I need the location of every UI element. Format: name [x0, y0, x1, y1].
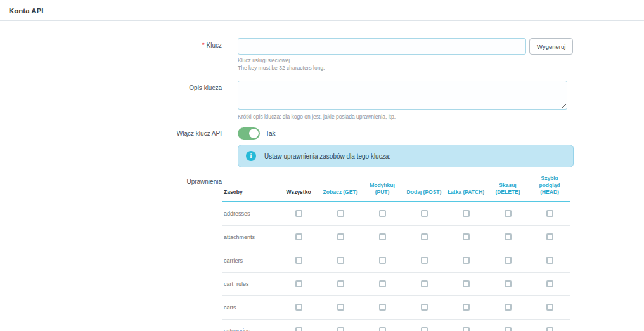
api-account-form: *Klucz Wygeneruj Klucz usługi sieciowej … — [0, 21, 644, 331]
permission-checkbox[interactable] — [546, 280, 553, 287]
permission-checkbox[interactable] — [463, 257, 470, 264]
description-row: Opis klucza Krótki opis klucza: dla kogo… — [0, 81, 644, 120]
permission-checkbox[interactable] — [379, 327, 386, 331]
permission-checkbox[interactable] — [337, 257, 344, 264]
toggle-knob-icon — [249, 129, 259, 138]
table-row: cart_rules — [222, 273, 570, 296]
resource-name: cart_rules — [222, 273, 278, 296]
permissions-table: Zasoby Wszystko Zobacz (GET) Modyfikuj (… — [222, 175, 570, 331]
resource-name: attachments — [222, 226, 278, 249]
permission-checkbox[interactable] — [421, 257, 428, 264]
required-marker: * — [202, 42, 205, 49]
permission-checkbox[interactable] — [337, 327, 344, 331]
permission-checkbox[interactable] — [337, 233, 344, 240]
permission-checkbox[interactable] — [421, 327, 428, 331]
column-header-get: Zobacz (GET) — [319, 175, 361, 202]
alert-row: i Ustaw uprawnienia zasobów dla tego klu… — [0, 145, 644, 167]
permission-checkbox[interactable] — [463, 327, 470, 331]
permission-checkbox[interactable] — [505, 280, 512, 287]
permission-checkbox[interactable] — [421, 210, 428, 217]
permission-checkbox[interactable] — [295, 304, 302, 311]
resource-name: carriers — [222, 249, 278, 273]
permissions-row: Uprawnienia Zasoby Wszystko Zobacz (GET)… — [0, 175, 644, 331]
permission-checkbox[interactable] — [379, 257, 386, 264]
info-alert: i Ustaw uprawnienia zasobów dla tego klu… — [238, 145, 574, 167]
column-header-delete: Skasuj (DELETE) — [487, 175, 529, 202]
permission-checkbox[interactable] — [546, 327, 553, 331]
permission-checkbox[interactable] — [505, 210, 512, 217]
resource-name: categories — [222, 320, 278, 331]
permission-checkbox[interactable] — [421, 304, 428, 311]
table-row: carts — [222, 296, 570, 320]
permission-checkbox[interactable] — [295, 327, 302, 331]
permission-checkbox[interactable] — [295, 210, 302, 217]
table-row: addresses — [222, 202, 570, 226]
info-alert-text: Ustaw uprawnienia zasobów dla tego klucz… — [264, 153, 390, 160]
column-header-patch: Łatka (PATCH) — [445, 175, 487, 202]
toggle-state-label: Tak — [266, 130, 276, 137]
permission-checkbox[interactable] — [463, 210, 470, 217]
permission-checkbox[interactable] — [295, 233, 302, 240]
permission-checkbox[interactable] — [379, 210, 386, 217]
key-label-text: Klucz — [207, 42, 222, 49]
table-row: attachments — [222, 226, 570, 249]
permission-checkbox[interactable] — [463, 280, 470, 287]
table-row: carriers — [222, 249, 570, 273]
generate-key-button[interactable]: Wygeneruj — [529, 38, 573, 55]
permission-checkbox[interactable] — [546, 210, 553, 217]
column-header-all: Wszystko — [278, 175, 319, 202]
key-row: *Klucz Wygeneruj Klucz usługi sieciowej … — [0, 38, 644, 72]
key-help-line1: Klucz usługi sieciowej — [238, 57, 573, 64]
resource-name: carts — [222, 296, 278, 320]
permission-checkbox[interactable] — [505, 233, 512, 240]
permission-checkbox[interactable] — [463, 233, 470, 240]
permission-checkbox[interactable] — [421, 233, 428, 240]
permission-checkbox[interactable] — [337, 280, 344, 287]
key-help-line2: The key must be 32 characters long. — [238, 65, 573, 72]
permission-checkbox[interactable] — [421, 280, 428, 287]
permission-checkbox[interactable] — [546, 304, 553, 311]
info-icon: i — [246, 151, 256, 161]
permissions-table-header: Zasoby Wszystko Zobacz (GET) Modyfikuj (… — [222, 175, 570, 202]
permission-checkbox[interactable] — [379, 280, 386, 287]
column-header-put: Modyfikuj (PUT) — [361, 175, 403, 202]
enable-label: Włącz klucz API — [0, 126, 222, 138]
permission-checkbox[interactable] — [505, 257, 512, 264]
column-header-post: Dodaj (POST) — [403, 175, 445, 202]
permission-checkbox[interactable] — [463, 304, 470, 311]
key-input[interactable] — [238, 38, 526, 55]
page-title: Konta API — [0, 0, 644, 21]
table-row: categories — [222, 320, 570, 331]
permission-checkbox[interactable] — [546, 257, 553, 264]
description-label: Opis klucza — [0, 81, 222, 92]
permissions-table-body: addressesattachmentscarrierscart_rulesca… — [222, 202, 570, 331]
permission-checkbox[interactable] — [295, 280, 302, 287]
resource-name: addresses — [222, 202, 278, 226]
permission-checkbox[interactable] — [505, 327, 512, 331]
permission-checkbox[interactable] — [337, 304, 344, 311]
permission-checkbox[interactable] — [295, 257, 302, 264]
enable-row: Włącz klucz API Tak — [0, 126, 644, 140]
column-header-resources: Zasoby — [222, 175, 278, 202]
enable-api-toggle[interactable] — [238, 127, 260, 140]
permission-checkbox[interactable] — [379, 304, 386, 311]
permissions-label: Uprawnienia — [0, 175, 222, 186]
permission-checkbox[interactable] — [546, 233, 553, 240]
description-help: Krótki opis klucza: dla kogo on jest, ja… — [238, 114, 567, 120]
permission-checkbox[interactable] — [505, 304, 512, 311]
permission-checkbox[interactable] — [337, 210, 344, 217]
key-description-textarea[interactable] — [238, 81, 567, 110]
permission-checkbox[interactable] — [379, 233, 386, 240]
key-label: *Klucz — [0, 38, 222, 49]
column-header-head: Szybki podgląd (HEAD) — [529, 175, 570, 202]
